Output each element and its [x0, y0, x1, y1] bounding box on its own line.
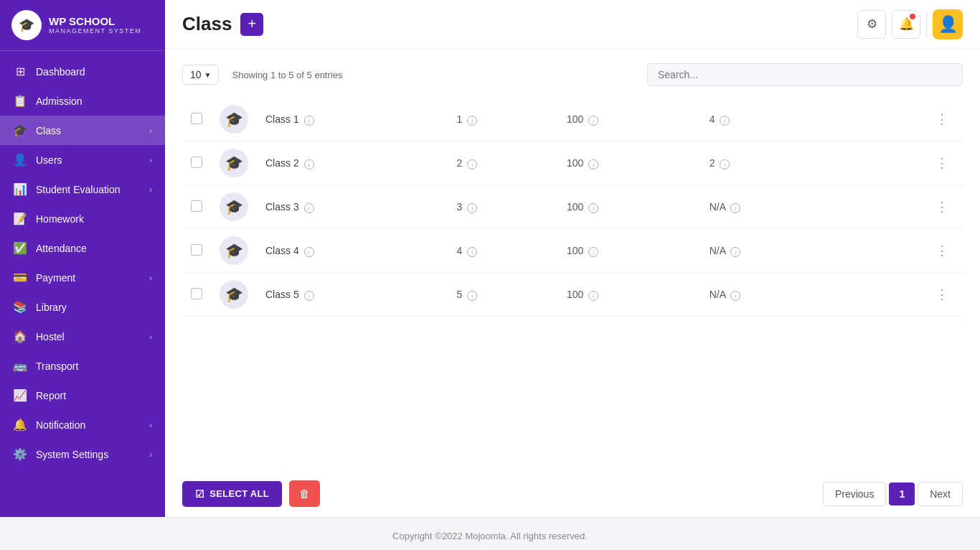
row-checkbox[interactable]: [191, 200, 202, 212]
sidebar-label-dashboard: Dashboard: [36, 66, 85, 78]
sidebar-item-admission[interactable]: 📋 Admission: [0, 86, 165, 116]
col-capacity: 100: [567, 289, 583, 300]
sidebar-label-users: Users: [36, 154, 62, 166]
main-content: Class + ⚙ 🔔 👤: [165, 0, 980, 517]
info-icon: i: [304, 291, 314, 301]
col-extra: 2: [710, 157, 715, 169]
class-name: Class 4: [265, 245, 299, 256]
sidebar-item-homework[interactable]: 📝 Homework: [0, 204, 165, 233]
next-button[interactable]: Next: [918, 482, 963, 506]
col-order: 2: [457, 157, 463, 169]
col-extra: N/A: [710, 245, 726, 256]
sidebar-nav: ⊞ Dashboard 📋 Admission 🎓 Class › 👤 User…: [0, 51, 165, 517]
sidebar-item-notification[interactable]: 🔔 Notification ›: [0, 410, 165, 439]
chevron-down-icon: ▼: [204, 71, 212, 79]
sidebar-label-library: Library: [36, 302, 67, 313]
sidebar-item-library[interactable]: 📚 Library: [0, 292, 165, 322]
sidebar-label-student-evaluation: Student Evaluation: [36, 184, 121, 195]
per-page-value: 10: [190, 69, 202, 80]
sidebar-item-users[interactable]: 👤 Users ›: [0, 145, 165, 174]
sidebar-logo: 🎓 WP SCHOOL MANAGEMENT SYSTEM: [0, 0, 165, 51]
col-capacity: 100: [567, 157, 583, 169]
bottom-bar: ☑ SELECT ALL 🗑 Previous 1 Next: [165, 470, 980, 517]
row-actions-button[interactable]: ⋮: [930, 284, 954, 305]
sidebar-item-payment[interactable]: 💳 Payment ›: [0, 263, 165, 292]
row-actions-button[interactable]: ⋮: [930, 196, 954, 218]
col-order: 3: [457, 201, 463, 213]
sidebar-item-transport[interactable]: 🚌 Transport: [0, 351, 165, 381]
sidebar-label-notification: Notification: [36, 419, 85, 431]
nav-icon-users: 👤: [13, 153, 27, 167]
chevron-right-icon: ›: [149, 274, 152, 282]
nav-icon-student-evaluation: 📊: [13, 182, 27, 196]
row-checkbox[interactable]: [191, 288, 202, 299]
info-icon-2: i: [467, 291, 477, 301]
row-actions-button[interactable]: ⋮: [930, 108, 954, 130]
class-avatar: 🎓: [220, 149, 248, 177]
add-class-button[interactable]: +: [240, 13, 263, 36]
logo-main: WP SCHOOL: [49, 16, 141, 28]
sidebar-label-hostel: Hostel: [36, 331, 65, 342]
select-all-label: SELECT ALL: [209, 488, 269, 499]
sidebar-item-report[interactable]: 📈 Report: [0, 381, 165, 410]
class-name: Class 2: [265, 157, 299, 169]
class-table: 🎓 Class 1 i 1 i 100 i 4 i ⋮: [182, 98, 963, 317]
delete-button[interactable]: 🗑: [289, 480, 320, 507]
sidebar-item-system-settings[interactable]: ⚙️ System Settings ›: [0, 439, 165, 469]
sidebar-item-hostel[interactable]: 🏠 Hostel ›: [0, 322, 165, 351]
previous-button[interactable]: Previous: [823, 482, 886, 506]
nav-icon-system-settings: ⚙️: [13, 447, 27, 461]
sidebar-item-class[interactable]: 🎓 Class ›: [0, 116, 165, 145]
table-row: 🎓 Class 4 i 4 i 100 i N/A i ⋮: [182, 229, 963, 273]
search-input[interactable]: [647, 63, 963, 86]
page-title: Class: [182, 13, 232, 35]
table-area: 10 ▼ Showing 1 to 5 of 5 entries 🎓 Class…: [165, 49, 980, 470]
table-row: 🎓 Class 3 i 3 i 100 i N/A i ⋮: [182, 185, 963, 229]
notification-badge: [910, 14, 915, 19]
row-checkbox[interactable]: [191, 244, 202, 256]
select-all-button[interactable]: ☑ SELECT ALL: [182, 481, 282, 507]
showing-text: Showing 1 to 5 of 5 entries: [232, 70, 342, 80]
notifications-button[interactable]: 🔔: [892, 10, 920, 39]
gear-icon: ⚙: [867, 17, 877, 32]
sidebar-item-dashboard[interactable]: ⊞ Dashboard: [0, 57, 165, 86]
info-icon-4: i: [730, 291, 740, 301]
info-icon-4: i: [720, 159, 730, 169]
chevron-right-icon: ›: [149, 185, 152, 194]
checkbox-icon: ☑: [195, 488, 204, 500]
sidebar-label-transport: Transport: [36, 360, 78, 372]
sidebar-label-attendance: Attendance: [36, 243, 87, 254]
copyright-text: Copyright ©2022 Mojoomla. All rights res…: [392, 531, 588, 541]
table-row: 🎓 Class 1 i 1 i 100 i 4 i ⋮: [182, 98, 963, 141]
info-icon: i: [304, 159, 314, 169]
settings-button[interactable]: ⚙: [857, 10, 886, 39]
nav-icon-homework: 📝: [13, 212, 27, 225]
logo-icon: 🎓: [11, 10, 42, 40]
col-capacity: 100: [567, 245, 583, 256]
header-divider: [926, 11, 927, 37]
header: Class + ⚙ 🔔 👤: [165, 0, 980, 49]
user-avatar-button[interactable]: 👤: [933, 9, 963, 39]
page-1-button[interactable]: 1: [889, 483, 915, 505]
per-page-dropdown[interactable]: 10 ▼: [182, 65, 219, 85]
col-extra: N/A: [710, 201, 726, 213]
avatar-icon: 👤: [938, 15, 958, 34]
col-extra: 4: [710, 113, 715, 125]
class-avatar: 🎓: [220, 192, 248, 221]
row-actions-button[interactable]: ⋮: [930, 240, 954, 261]
info-icon-4: i: [720, 116, 730, 126]
footer: Copyright ©2022 Mojoomla. All rights res…: [0, 517, 980, 550]
info-icon-4: i: [730, 203, 740, 213]
sidebar-item-student-evaluation[interactable]: 📊 Student Evaluation ›: [0, 174, 165, 204]
row-actions-button[interactable]: ⋮: [930, 152, 954, 174]
nav-icon-class: 🎓: [13, 123, 27, 137]
chevron-right-icon: ›: [149, 126, 152, 135]
info-icon: i: [304, 203, 314, 213]
sidebar-item-attendance[interactable]: ✅ Attendance: [0, 233, 165, 263]
chevron-right-icon: ›: [149, 421, 152, 429]
row-checkbox[interactable]: [191, 157, 202, 168]
sidebar: 🎓 WP SCHOOL MANAGEMENT SYSTEM ⊞ Dashboar…: [0, 0, 165, 517]
row-checkbox[interactable]: [191, 113, 202, 124]
col-capacity: 100: [567, 113, 583, 125]
nav-icon-admission: 📋: [13, 94, 27, 108]
